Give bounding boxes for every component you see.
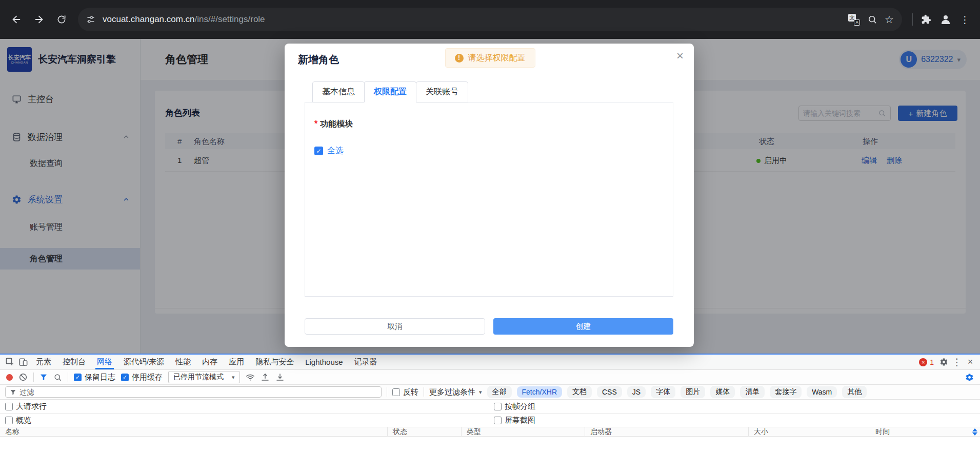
- more-filters-dropdown[interactable]: 更多过滤条件 ▾: [429, 387, 482, 397]
- throttling-value: 已停用节流模式: [173, 373, 224, 382]
- close-icon[interactable]: ×: [676, 50, 684, 62]
- col-name[interactable]: 名称: [0, 427, 388, 436]
- tab-linked-accounts[interactable]: 关联账号: [416, 81, 468, 102]
- tab-elements[interactable]: 元素: [30, 355, 57, 369]
- search-icon[interactable]: [53, 373, 62, 382]
- reload-button[interactable]: [50, 8, 73, 31]
- tab-permission-config[interactable]: 权限配置: [364, 81, 416, 102]
- tab-lighthouse[interactable]: Lighthouse: [299, 355, 348, 369]
- url-text: vocuat.changan.com.cn/ins/#/settings/rol…: [103, 14, 265, 25]
- select-all-checkbox[interactable]: ✓ 全选: [314, 146, 344, 156]
- browser-actions: ⋮: [907, 13, 975, 26]
- disable-cache-label: 停用缓存: [132, 373, 163, 382]
- overview-checkbox[interactable]: 概览: [5, 416, 31, 425]
- bookmark-star-icon[interactable]: ☆: [885, 14, 894, 25]
- tab-performance[interactable]: 性能: [170, 355, 196, 369]
- toolbar-divider: [33, 373, 34, 382]
- chip-other[interactable]: 其他: [842, 386, 867, 398]
- cancel-button[interactable]: 取消: [305, 318, 485, 335]
- error-count: 1: [930, 358, 934, 366]
- network-toolbar: ✓ 保留日志 ✓ 停用缓存 已停用节流模式 ▾: [0, 370, 980, 385]
- tab-console[interactable]: 控制台: [57, 355, 91, 369]
- back-button[interactable]: [5, 8, 28, 31]
- devtools-settings-gear-icon[interactable]: [937, 355, 950, 369]
- funnel-icon: [10, 389, 16, 396]
- chip-fetch-xhr[interactable]: Fetch/XHR: [517, 386, 562, 398]
- disable-cache-checkbox[interactable]: ✓ 停用缓存: [121, 373, 163, 382]
- create-button[interactable]: 创建: [493, 318, 673, 335]
- col-initiator[interactable]: 启动器: [585, 427, 749, 436]
- checkbox-unchecked-icon: [494, 403, 502, 410]
- tab-application[interactable]: 应用: [223, 355, 250, 369]
- group-by-frame-checkbox[interactable]: 按帧分组: [494, 402, 535, 411]
- filter-text-input[interactable]: [19, 388, 377, 396]
- checkbox-unchecked-icon: [5, 403, 13, 410]
- screenshots-checkbox[interactable]: 屏幕截图: [494, 416, 535, 425]
- preserve-log-checkbox[interactable]: ✓ 保留日志: [74, 373, 115, 382]
- forward-button[interactable]: [28, 8, 50, 31]
- close-devtools-icon[interactable]: ×: [964, 355, 977, 369]
- translate-a-glyph: A: [854, 19, 860, 26]
- chip-js[interactable]: JS: [627, 386, 646, 398]
- extensions-icon[interactable]: [921, 14, 931, 25]
- network-options-row1: 大请求行 按帧分组: [0, 400, 980, 414]
- clear-icon[interactable]: [18, 373, 28, 382]
- col-size[interactable]: 大小: [749, 427, 870, 436]
- import-har-icon[interactable]: [275, 373, 285, 382]
- browser-toolbar: vocuat.changan.com.cn/ins/#/settings/rol…: [0, 0, 980, 39]
- chip-manifest[interactable]: 清单: [740, 386, 765, 398]
- tab-basic-info[interactable]: 基本信息: [312, 81, 365, 102]
- col-status[interactable]: 状态: [388, 427, 462, 436]
- screen: vocuat.changan.com.cn/ins/#/settings/rol…: [0, 0, 980, 455]
- col-type[interactable]: 类型: [462, 427, 585, 436]
- network-conditions-icon[interactable]: [246, 373, 255, 382]
- tab-privacy-security[interactable]: 隐私与安全: [250, 355, 299, 369]
- chip-font[interactable]: 字体: [651, 386, 675, 398]
- record-icon[interactable]: [6, 374, 13, 381]
- screenshots-label: 屏幕截图: [505, 416, 535, 425]
- browser-menu-icon[interactable]: ⋮: [960, 14, 970, 26]
- device-toolbar-icon[interactable]: [16, 355, 30, 369]
- big-request-rows-checkbox[interactable]: 大请求行: [5, 402, 47, 411]
- tab-memory[interactable]: 内存: [196, 355, 223, 369]
- zoom-icon[interactable]: [867, 14, 877, 25]
- export-har-icon[interactable]: [261, 373, 270, 382]
- chip-css[interactable]: CSS: [597, 386, 622, 398]
- error-badge[interactable]: × 1: [916, 355, 937, 369]
- module-label: *功能模块: [314, 119, 353, 130]
- group-by-frame-label: 按帧分组: [505, 402, 535, 411]
- chip-wasm[interactable]: Wasm: [807, 386, 837, 398]
- invert-checkbox[interactable]: 反转: [392, 387, 418, 397]
- invert-label: 反转: [403, 387, 418, 397]
- network-settings-gear-icon[interactable]: [965, 373, 974, 382]
- toolbar-divider: [68, 373, 68, 382]
- more-filters-label: 更多过滤条件: [429, 387, 475, 397]
- chip-socket[interactable]: 套接字: [770, 386, 802, 398]
- chip-doc[interactable]: 文档: [567, 386, 592, 398]
- throttling-select[interactable]: 已停用节流模式 ▾: [168, 371, 240, 383]
- address-bar[interactable]: vocuat.changan.com.cn/ins/#/settings/rol…: [78, 8, 902, 31]
- devtools-menu-icon[interactable]: ⋮: [950, 355, 964, 369]
- chip-all[interactable]: 全部: [487, 386, 512, 398]
- tab-sources[interactable]: 源代码/来源: [118, 355, 170, 369]
- checkbox-checked-icon: ✓: [314, 147, 323, 155]
- dialog-tabs: 基本信息 权限配置 关联账号: [313, 81, 468, 102]
- chip-img[interactable]: 图片: [681, 386, 705, 398]
- col-time[interactable]: 时间: [870, 427, 980, 436]
- profile-icon[interactable]: [939, 13, 952, 26]
- tab-recorder[interactable]: 记录器: [349, 355, 383, 369]
- translate-icon[interactable]: 文 A: [848, 14, 860, 26]
- toolbar-divider: [387, 387, 387, 397]
- tab-network[interactable]: 网络: [91, 355, 118, 369]
- network-filter-input[interactable]: [5, 386, 382, 398]
- scroll-arrows-icon[interactable]: [972, 428, 977, 436]
- error-icon: ×: [919, 358, 927, 366]
- required-mark: *: [314, 119, 317, 128]
- network-grid-header: 名称 状态 类型 启动器 大小 时间: [0, 427, 980, 437]
- chip-media[interactable]: 媒体: [710, 386, 735, 398]
- toolbar-divider: [912, 13, 913, 26]
- inspect-icon[interactable]: [3, 355, 16, 369]
- site-info-icon[interactable]: [86, 15, 95, 24]
- network-request-list: [0, 437, 980, 455]
- filter-toggle-icon[interactable]: [39, 373, 48, 381]
